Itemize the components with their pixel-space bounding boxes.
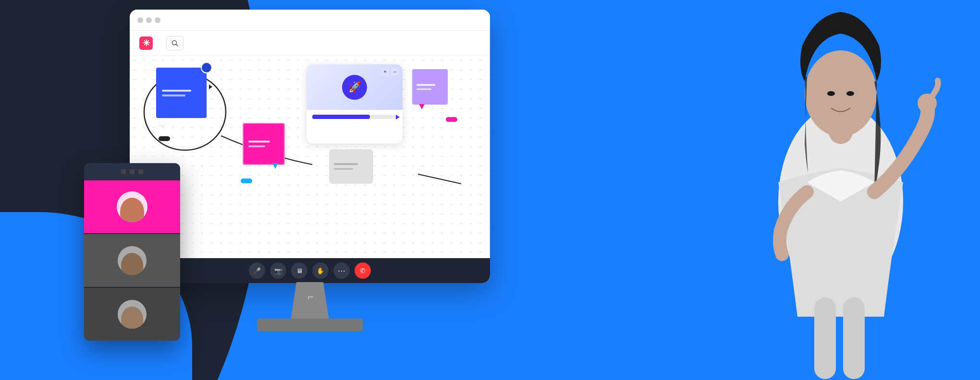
woman-figure [663,0,961,380]
cursor-label-tyler [159,136,170,141]
vp-dot-1 [121,169,126,174]
note-line [162,90,191,92]
monitor-stand-base [257,319,363,331]
svg-line-1 [176,44,178,46]
note-line [162,95,185,96]
cursor-label-karen [446,117,457,122]
video-panel-header [84,163,180,180]
gray-card [329,149,373,184]
search-button[interactable] [166,36,184,50]
note-line [416,88,431,90]
monitor-screen: ✳ [130,10,490,283]
svg-point-7 [827,91,835,96]
note-line [248,141,270,142]
more-options-button[interactable]: ⋯ [333,262,350,279]
app-toolbar: ✳ [130,31,490,56]
video-tile-1 [84,180,180,233]
hangup-button[interactable]: ✆ [355,262,371,279]
card-icon-2: ✏ [391,68,399,76]
canvas-area: ⚑ ✏ 🚀 [130,56,490,283]
progress-fill [312,115,370,119]
app-logo: ✳ [139,36,153,50]
svg-point-8 [846,91,854,96]
blue-sticky-note[interactable] [156,68,207,118]
svg-rect-10 [814,297,836,379]
traffic-light-yellow [146,17,152,23]
svg-line-3 [418,174,461,184]
monitor-wrapper: ✳ [130,10,504,336]
woman-svg [663,0,961,380]
traffic-light-red [137,17,143,23]
cursor-christie-arrow [272,163,278,169]
video-panel [84,163,180,341]
purple-sticky-note[interactable] [412,69,448,105]
traffic-light-green [155,17,160,23]
logo-symbol: ✳ [143,38,150,48]
raise-hand-button[interactable]: ✋ [312,262,329,279]
browser-chrome: ✳ [130,10,490,283]
svg-point-6 [805,50,877,137]
note-badge [201,62,212,73]
rocket-card[interactable]: ⚑ ✏ 🚀 [306,64,403,143]
cursor-label-christie [241,178,252,183]
camera-button[interactable]: 📷 [270,262,286,279]
video-call-toolbar: 🎤 📷 🖥 ✋ ⋯ ✆ [130,258,490,283]
video-tile-2 [84,234,180,287]
browser-titlebar [130,10,490,31]
rocket-icon: 🚀 [342,75,367,100]
vp-dot-2 [130,169,135,174]
card-line [334,163,358,165]
monitor-logo: ⌐ [307,292,314,302]
vp-dot-3 [138,169,143,174]
screen-share-button[interactable]: 🖥 [291,262,307,279]
video-tile-3 [84,288,180,341]
cursor-karen-arrow [419,104,425,109]
note-line [248,145,265,147]
card-line [334,168,353,170]
cursor-tyler [209,84,212,89]
note-line [416,84,435,86]
progress-arrow [396,115,400,119]
pink-sticky-note[interactable] [243,123,285,165]
fire-badge [159,123,166,125]
svg-rect-11 [843,297,865,379]
mic-button[interactable]: 🎤 [249,262,265,279]
card-icon-1: ⚑ [381,68,389,76]
